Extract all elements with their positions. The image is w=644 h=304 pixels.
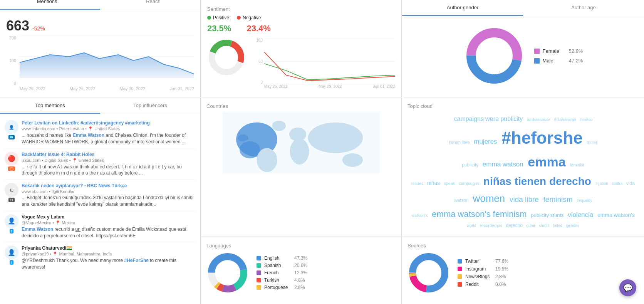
source-twitter-dot — [458, 259, 462, 264]
topic-speak[interactable]: speak — [444, 180, 455, 187]
svg-point-21 — [272, 121, 286, 131]
mention-text-5: @YRDeshmukh Thank you. We need many more… — [22, 257, 196, 270]
countries-panel: Countries — [201, 98, 401, 237]
lang-fr-pct: 12.3% — [294, 270, 307, 275]
x-label-2: May 28, 2022 — [70, 86, 96, 91]
topic-dianaranja[interactable]: #dianaranja — [554, 116, 576, 123]
mention-item-1: 👤 in Peter Levitan on LinkedIn: #adverti… — [5, 117, 196, 149]
topic-campaigns-publicity[interactable]: campaigns were publicity — [454, 114, 523, 124]
sent-x-2: May 29, 2022 — [319, 84, 342, 89]
tab-top-influencers[interactable]: Top influencers — [100, 98, 200, 114]
location-icon-2: 📍 — [72, 158, 77, 163]
topic-publicity[interactable]: publicity — [462, 161, 478, 168]
topic-feminism[interactable]: feminism — [543, 194, 573, 205]
lang-en-pct: 47.3% — [294, 255, 307, 261]
negative-label: Negative — [243, 15, 261, 20]
topic-failed[interactable]: failed — [553, 223, 562, 228]
sent-y-0: 0 — [252, 80, 263, 84]
topic-derecho[interactable]: derecho — [506, 222, 523, 229]
avatar-3: ⊡ — [5, 183, 18, 197]
platform-linkedin-1: in — [8, 135, 15, 139]
world-map — [206, 112, 396, 174]
topic-ninas[interactable]: niñas — [427, 179, 440, 187]
x-label-1: May 26, 2022 — [20, 86, 45, 91]
topic-mujer[interactable]: mujer — [587, 139, 597, 146]
topic-metoo[interactable]: #metoo — [580, 117, 592, 123]
topic-watson[interactable]: watson — [454, 197, 469, 204]
bullet-2: • — [42, 158, 45, 163]
avatar-5: 👤 — [5, 245, 18, 259]
sources-title: Sources — [408, 243, 639, 249]
avatar-1: 👤 — [5, 120, 18, 134]
gender-donut — [463, 25, 525, 87]
topic-ninas-tienen[interactable]: niñas tienen derecho — [483, 173, 591, 190]
top-mentions-panel: Top mentions Top influencers 👤 in Peter … — [0, 98, 200, 304]
topic-gurur[interactable]: gurur — [527, 223, 535, 228]
topic-women[interactable]: women — [473, 191, 505, 206]
female-label: Female — [543, 48, 566, 54]
topic-emma-watsons[interactable]: emma watson's — [597, 211, 635, 219]
mention-text-2: ... r e fa ft ut how A I was un think ab… — [22, 164, 196, 177]
y-label-0: 0 — [6, 81, 16, 86]
location-2: United States — [79, 158, 104, 163]
topic-vida-libre[interactable]: vida libre — [510, 194, 539, 205]
topic-emma-watson[interactable]: emma watson — [483, 160, 523, 170]
author-panel: Author gender Author age Female — [402, 0, 644, 97]
topic-gender[interactable]: gender — [566, 222, 579, 229]
languages-title: Languages — [206, 243, 396, 249]
topic-violencia[interactable]: violencia — [568, 210, 593, 220]
x-label-3: May 30, 2022 — [120, 86, 146, 91]
topic-publicity-stunts[interactable]: publicity stunts — [531, 212, 564, 219]
lang-pt-dot — [257, 285, 261, 290]
topic-world[interactable]: world — [467, 223, 476, 228]
topic-ambassador[interactable]: ambassador — [527, 116, 550, 123]
male-label: Male — [543, 58, 566, 64]
languages-donut — [206, 252, 249, 294]
topic-emma[interactable]: emma — [528, 152, 565, 172]
topic-heforshe[interactable]: #heforshe — [501, 125, 582, 151]
mentions-change: -52% — [32, 25, 45, 32]
positive-label: Positive — [213, 15, 229, 20]
source-newsblogs-pct: 2.8% — [495, 274, 506, 279]
topic-gabon[interactable]: #gabon — [595, 181, 608, 186]
topic-kerem-libre[interactable]: kerem libre — [449, 139, 470, 146]
mention-title-3: Bekarlık neden ayıplanıyor? - BBC News T… — [22, 183, 196, 188]
mention-item-2: 🔴 ◯ BackMatter Issue 4: Rabbit Holes iss… — [5, 149, 196, 180]
topic-issues[interactable]: issues — [411, 180, 423, 187]
topic-cloud-title: Topic cloud — [408, 103, 639, 109]
topic-campaigns2[interactable]: campaigns — [459, 180, 479, 187]
author-gender-tab[interactable]: Author gender — [402, 0, 523, 16]
svg-point-18 — [290, 138, 309, 165]
topic-watsons[interactable]: watson's — [411, 212, 428, 219]
topic-mujeres[interactable]: mujeres — [474, 137, 497, 147]
lang-pt-pct: 2.8% — [294, 285, 305, 290]
author-1: Peter Levitan — [59, 126, 84, 131]
mention-item-3: ⊡ ⊡ Bekarlık neden ayıplanıyor? - BBC Ne… — [5, 180, 196, 211]
platform-twitter-5: t — [10, 260, 14, 265]
topic-recordemos[interactable]: recordemos — [480, 222, 502, 229]
topic-emma-watsons-feminism[interactable]: emma watson's feminism — [432, 208, 527, 220]
topic-vida[interactable]: vida — [626, 180, 635, 187]
tab-reach[interactable]: Reach — [100, 0, 206, 10]
tab-mentions[interactable]: Mentions — [0, 0, 100, 10]
topic-cloud-panel: Topic cloud campaigns were publicity amb… — [402, 98, 644, 237]
sentiment-panel: Sentiment Positive Negative 23.5% 23.4% — [201, 0, 401, 97]
chat-button[interactable]: 💬 — [619, 279, 636, 296]
topic-contra[interactable]: contra — [612, 181, 622, 186]
tab-top-mentions[interactable]: Top mentions — [0, 98, 100, 114]
lang-es-dot — [257, 263, 261, 268]
sent-y-50: 50 — [252, 59, 263, 64]
mention-text-3: ... Bridget Jones'un Günlüğü'ndeki 30'lu… — [22, 195, 196, 208]
author-age-tab[interactable]: Author age — [523, 0, 644, 16]
source-2: issuu.com — [22, 158, 41, 163]
mentions-panel: Mentions Reach 663 -52% 200 100 0 — [0, 0, 200, 97]
source-1: www.linkedin.com — [22, 126, 55, 131]
topic-feminist[interactable]: feminist — [570, 162, 584, 168]
topic-stunts[interactable]: stunts — [539, 223, 550, 228]
lang-en-dot — [257, 256, 261, 260]
y-label-100: 100 — [6, 58, 16, 63]
author-3: İlgili Konular — [52, 189, 75, 194]
topic-equality[interactable]: #equality — [577, 198, 592, 203]
languages-panel: Languages — [201, 237, 401, 304]
sent-x-3: Jun 01, 2022 — [373, 84, 395, 89]
